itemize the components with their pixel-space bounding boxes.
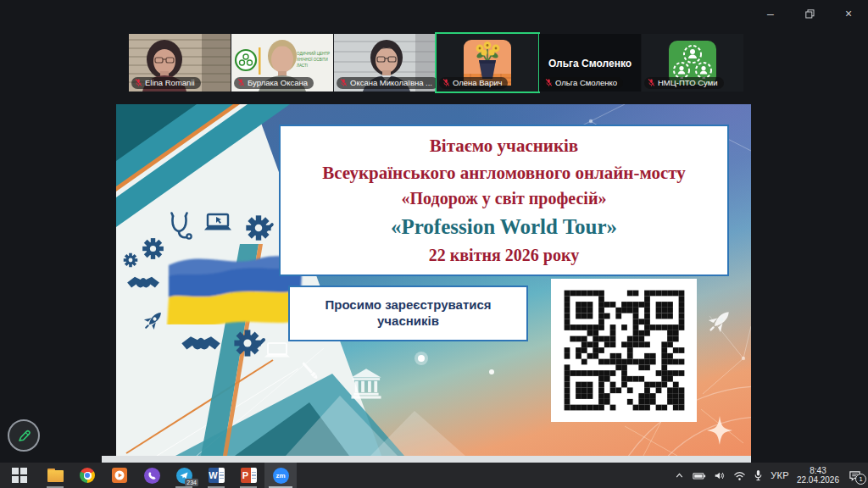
- microphone-icon[interactable]: [754, 469, 763, 481]
- svg-text:ЛАСТІ: ЛАСТІ: [297, 64, 308, 68]
- participant-name: НМЦ-ПТО Суми: [658, 78, 718, 87]
- mic-off-icon: [648, 78, 655, 87]
- restore-icon: [805, 9, 815, 19]
- slide-title-box: Вітаємо учасників Всеукраїнського англом…: [279, 125, 729, 276]
- zoom-app-icon: zm: [273, 468, 289, 484]
- participant-name: Elina Romanii: [145, 78, 195, 87]
- pencil-icon: [16, 428, 31, 443]
- participant-name: Ольга Смоленко: [555, 78, 617, 87]
- registration-line-1: Просимо зареєструватися: [290, 297, 526, 313]
- participant-name: Оксана Миколаївна ...: [350, 78, 432, 87]
- participant-display-name: Ольга Смоленко: [539, 58, 641, 69]
- window-controls: – ×: [751, 0, 868, 27]
- clock-date: 22.04.2026: [797, 475, 839, 485]
- participant-name-label: Олена Варич: [439, 77, 508, 89]
- notification-count-badge: 1: [855, 474, 866, 485]
- slide-title-line-2: Всеукраїнського англомовного онлайн-мост…: [286, 164, 722, 182]
- annotate-button[interactable]: [8, 419, 40, 452]
- telegram-button[interactable]: 234: [168, 463, 200, 488]
- media-player-icon: [112, 468, 127, 483]
- file-explorer-button[interactable]: [39, 463, 71, 488]
- word-icon: W: [209, 468, 225, 483]
- participant-tile-olena-varych[interactable]: Олена Варич: [437, 34, 538, 92]
- windows-taskbar: 234 W P zm: [0, 463, 868, 488]
- hidden-icons-chevron[interactable]: [674, 470, 685, 481]
- participant-tile-oksana-mykolaivna[interactable]: Оксана Миколаївна ...: [334, 34, 436, 92]
- mic-off-icon: [340, 78, 348, 87]
- telegram-unread-badge: 234: [185, 479, 198, 486]
- participant-tile-nmc-pto-sumy[interactable]: НМЦ-ПТО Суми: [642, 34, 743, 92]
- viber-icon: [144, 468, 160, 484]
- slide-title-line-5: 22 квітня 2026 року: [286, 247, 722, 264]
- taskbar-clock[interactable]: 8:43 22.04.2026: [797, 466, 839, 485]
- action-center-button[interactable]: 1: [847, 468, 864, 483]
- participant-tile-burlaka-oksana[interactable]: ОДИЧНИЙ ЦЕНТР ХНІЧНОЇ ОСВІТИ ЛАСТІ Бурла…: [231, 34, 333, 92]
- participant-name: Бурлака Оксана: [248, 78, 308, 87]
- slide-title-line-4: «Profession World Tour»: [286, 216, 722, 238]
- close-button[interactable]: ×: [829, 0, 868, 27]
- wifi-icon[interactable]: [733, 470, 746, 481]
- word-button[interactable]: W: [200, 463, 232, 488]
- window-title-bar: – ×: [0, 0, 868, 27]
- zoom-app-button[interactable]: zm: [264, 463, 297, 488]
- powerpoint-icon: P: [241, 468, 257, 483]
- chrome-icon: [80, 468, 95, 483]
- participant-film-strip: Elina Romanii ОДИЧНИЙ ЦЕНТР ХНІЧНОЇ ОСВІ…: [129, 34, 743, 92]
- powerpoint-button[interactable]: P: [232, 463, 264, 488]
- mic-off-icon: [545, 78, 553, 87]
- system-tray: УКР 8:43 22.04.2026 1: [674, 463, 868, 488]
- chrome-button[interactable]: [71, 463, 103, 488]
- svg-text:ОДИЧНИЙ ЦЕНТР: ОДИЧНИЙ ЦЕНТР: [297, 50, 330, 56]
- qr-code: [551, 279, 697, 422]
- participant-name: Олена Варич: [453, 78, 502, 87]
- mic-off-icon: [135, 78, 142, 87]
- start-button[interactable]: [0, 463, 39, 488]
- participant-name-label: НМЦ-ПТО Суми: [644, 77, 724, 89]
- media-player-button[interactable]: [103, 463, 136, 488]
- registration-line-2: учасників: [290, 313, 526, 330]
- clock-time: 8:43: [797, 466, 839, 476]
- zoom-meeting-window: – ×: [0, 0, 868, 488]
- registration-box: Просимо зареєструватися учасників: [288, 286, 528, 341]
- participant-name-label: Бурлака Оксана: [234, 77, 314, 89]
- viber-button[interactable]: [136, 463, 168, 488]
- language-indicator[interactable]: УКР: [771, 470, 789, 480]
- mic-off-icon: [442, 78, 450, 87]
- mic-off-icon: [237, 78, 245, 87]
- slide-title-line-1: Вітаємо учасників: [286, 136, 722, 155]
- qr-code-svg: [555, 281, 693, 419]
- participant-name-label: Оксана Миколаївна ...: [337, 77, 436, 89]
- slide-title-line-3: «Подорож у світ професій»: [286, 190, 722, 208]
- participant-name-label: Ольга Смоленко: [542, 77, 623, 89]
- volume-icon[interactable]: [714, 470, 726, 481]
- battery-icon[interactable]: [693, 470, 706, 481]
- participant-tile-olga-smolenko[interactable]: Ольга Смоленко Ольга Смоленко: [539, 34, 641, 92]
- participant-name-label: Elina Romanii: [131, 77, 201, 89]
- file-explorer-icon: [47, 469, 64, 482]
- shared-window-edge: [102, 456, 751, 463]
- restore-button[interactable]: [790, 0, 829, 27]
- svg-text:ХНІЧНОЇ ОСВІТИ: ХНІЧНОЇ ОСВІТИ: [297, 57, 328, 62]
- participant-tile-elina-romanii[interactable]: Elina Romanii: [129, 34, 231, 92]
- minimize-button[interactable]: –: [751, 0, 790, 27]
- windows-logo-icon: [12, 468, 27, 483]
- shared-screen-slide: Вітаємо учасників Всеукраїнського англом…: [116, 104, 751, 456]
